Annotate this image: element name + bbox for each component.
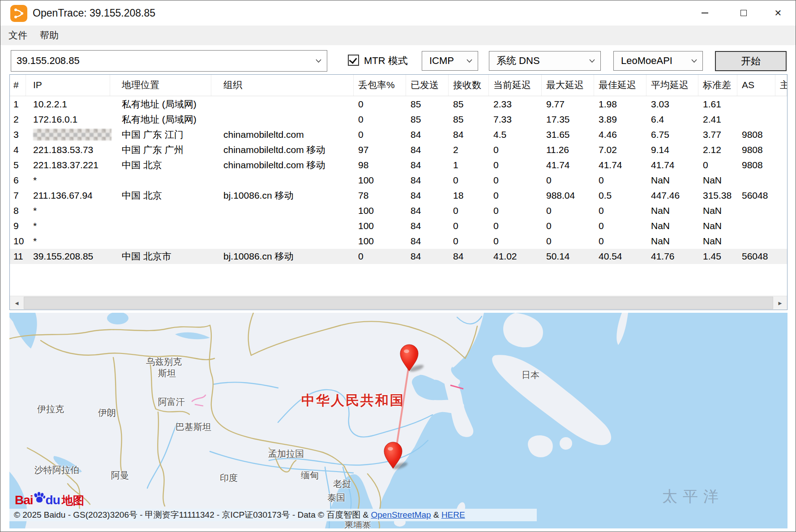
table-cell: 9808 bbox=[737, 127, 775, 142]
column-header[interactable]: 当前延迟 bbox=[489, 75, 542, 96]
table-row[interactable]: 1139.155.208.85中国 北京市bj.10086.cn 移动08484… bbox=[10, 249, 787, 264]
column-header[interactable]: 最大延迟 bbox=[542, 75, 594, 96]
scroll-left-arrow-icon[interactable]: ◄ bbox=[10, 296, 24, 310]
column-header[interactable]: 标准差 bbox=[698, 75, 737, 96]
column-header[interactable]: 接收数 bbox=[449, 75, 489, 96]
table-cell: 6 bbox=[10, 173, 26, 188]
table-cell: 84 bbox=[406, 157, 449, 173]
maximize-button[interactable] bbox=[730, 0, 757, 26]
table-row[interactable]: 110.2.2.1私有地址 (局域网)085852.339.771.983.03… bbox=[10, 97, 787, 112]
openstreetmap-link[interactable]: OpenStreetMap bbox=[371, 510, 431, 519]
table-cell bbox=[775, 157, 787, 173]
table-cell: 11 bbox=[10, 249, 26, 264]
table-cell: NaN bbox=[646, 203, 698, 218]
protocol-select[interactable]: ICMP bbox=[422, 51, 478, 71]
column-header[interactable]: 平均延迟 bbox=[646, 75, 698, 96]
table-cell: 私有地址 (局域网) bbox=[110, 112, 211, 127]
table-cell: 84 bbox=[406, 218, 449, 234]
table-cell: 39.155.208.85 bbox=[26, 249, 110, 264]
table-row[interactable]: 5221.183.37.221中国 北京chinamobileltd.com 移… bbox=[10, 157, 787, 173]
column-header[interactable]: 已发送 bbox=[406, 75, 449, 96]
table-row[interactable]: 9*100840000NaNNaN bbox=[10, 218, 787, 234]
toolbar: 39.155.208.85 MTR 模式 ICMP 系统 DNS LeoMoeA… bbox=[0, 45, 796, 75]
minimize-button[interactable] bbox=[691, 0, 719, 26]
table-cell: 中国 北京 bbox=[110, 188, 211, 203]
table-cell: 4 bbox=[10, 142, 26, 157]
column-header[interactable]: AS bbox=[737, 75, 775, 96]
column-header[interactable]: 地理位置 bbox=[110, 75, 211, 96]
opentrace-logo-icon bbox=[10, 5, 27, 22]
mtr-checkbox-label[interactable]: MTR 模式 bbox=[364, 50, 408, 72]
table-row[interactable]: 2172.16.0.1私有地址 (局域网)085857.3317.353.896… bbox=[10, 112, 787, 127]
table-cell: * bbox=[26, 173, 110, 188]
table-cell: NaN bbox=[698, 173, 737, 188]
column-header[interactable]: 主机名 bbox=[775, 75, 787, 96]
table-cell: 9808 bbox=[737, 157, 775, 173]
table-cell: 41.76 bbox=[646, 249, 698, 264]
table-cell: 0 bbox=[489, 157, 542, 173]
horizontal-scrollbar[interactable]: ◄ ► bbox=[10, 296, 787, 310]
map-label: 泰国 bbox=[327, 492, 345, 504]
table-cell bbox=[775, 97, 787, 112]
column-header[interactable]: 丢包率% bbox=[354, 75, 406, 96]
table-cell: bj.10086.cn 移动 bbox=[211, 188, 354, 203]
close-icon: ✕ bbox=[775, 8, 782, 18]
map-label: 日本 bbox=[522, 369, 539, 381]
table-cell: 9.14 bbox=[646, 142, 698, 157]
baidu-maps-logo[interactable]: Bai du 地图 bbox=[15, 492, 84, 509]
table-cell: 0 bbox=[489, 188, 542, 203]
table-cell: 0 bbox=[542, 234, 594, 249]
table-cell: 100 bbox=[354, 173, 406, 188]
table-row[interactable]: 8*100840000NaNNaN bbox=[10, 203, 787, 218]
chevron-down-icon bbox=[466, 59, 472, 63]
table-cell: 0.5 bbox=[594, 188, 646, 203]
close-button[interactable]: ✕ bbox=[764, 0, 792, 26]
table-row[interactable]: 4221.183.53.73中国 广东 广州chinamobileltd.com… bbox=[10, 142, 787, 157]
scrollbar-thumb[interactable] bbox=[24, 297, 773, 309]
table-cell: 0 bbox=[489, 142, 542, 157]
table-cell bbox=[737, 173, 775, 188]
column-header[interactable]: # bbox=[10, 75, 26, 96]
table-cell bbox=[211, 218, 354, 234]
scroll-right-arrow-icon[interactable]: ► bbox=[773, 296, 787, 310]
table-cell: 84 bbox=[406, 188, 449, 203]
table-cell: 5 bbox=[10, 157, 26, 173]
column-header[interactable]: IP bbox=[26, 75, 110, 96]
baidu-map[interactable]: 乌兹别克斯坦阿富汗伊朗伊拉克巴基斯坦沙特阿拉伯阿曼印度孟加拉国缅甸老挝泰国柬埔寨… bbox=[9, 313, 787, 528]
table-cell: chinamobileltd.com 移动 bbox=[211, 142, 354, 157]
chevron-down-icon[interactable] bbox=[316, 59, 321, 63]
table-row[interactable]: 7211.136.67.94中国 北京bj.10086.cn 移动7884180… bbox=[10, 188, 787, 203]
table-cell: 4.46 bbox=[594, 127, 646, 142]
table-cell: 7.02 bbox=[594, 142, 646, 157]
here-link[interactable]: HERE bbox=[441, 510, 465, 519]
table-cell: 84 bbox=[406, 203, 449, 218]
dns-select[interactable]: 系统 DNS bbox=[489, 51, 601, 71]
table-cell: 1 bbox=[10, 97, 26, 112]
table-cell: NaN bbox=[646, 218, 698, 234]
table-row[interactable]: 10*100840000NaNNaN bbox=[10, 234, 787, 249]
map-labels: 乌兹别克斯坦阿富汗伊朗伊拉克巴基斯坦沙特阿拉伯阿曼印度孟加拉国缅甸老挝泰国柬埔寨… bbox=[9, 313, 787, 528]
table-cell: 56048 bbox=[737, 188, 775, 203]
table-cell: 0 bbox=[542, 173, 594, 188]
table-cell: 0 bbox=[489, 203, 542, 218]
table-cell: 6.75 bbox=[646, 127, 698, 142]
table-cell: 中国 北京市 bbox=[110, 249, 211, 264]
table-header: #IP地理位置组织丢包率%已发送接收数当前延迟最大延迟最佳延迟平均延迟标准差AS… bbox=[10, 75, 787, 96]
table-cell: 41.74 bbox=[542, 157, 594, 173]
menu-file[interactable]: 文件 bbox=[2, 26, 34, 45]
api-select[interactable]: LeoMoeAPI bbox=[613, 51, 703, 71]
column-header[interactable]: 组织 bbox=[211, 75, 354, 96]
menu-help[interactable]: 帮助 bbox=[34, 26, 65, 45]
table-row[interactable]: 6*100840000NaNNaN bbox=[10, 173, 787, 188]
target-input[interactable]: 39.155.208.85 bbox=[11, 50, 327, 72]
table-cell: 私有地址 (局域网) bbox=[110, 97, 211, 112]
mtr-checkbox[interactable] bbox=[348, 55, 359, 66]
column-header[interactable]: 最佳延迟 bbox=[594, 75, 646, 96]
map-label: 巴基斯坦 bbox=[175, 421, 211, 433]
table-cell bbox=[775, 188, 787, 203]
table-cell: 8 bbox=[10, 203, 26, 218]
map-label: 伊拉克 bbox=[37, 403, 64, 415]
start-button[interactable]: 开始 bbox=[715, 51, 787, 71]
table-row[interactable]: 3中国 广东 江门chinamobileltd.com084844.531.65… bbox=[10, 127, 787, 142]
table-cell: 1 bbox=[449, 157, 489, 173]
